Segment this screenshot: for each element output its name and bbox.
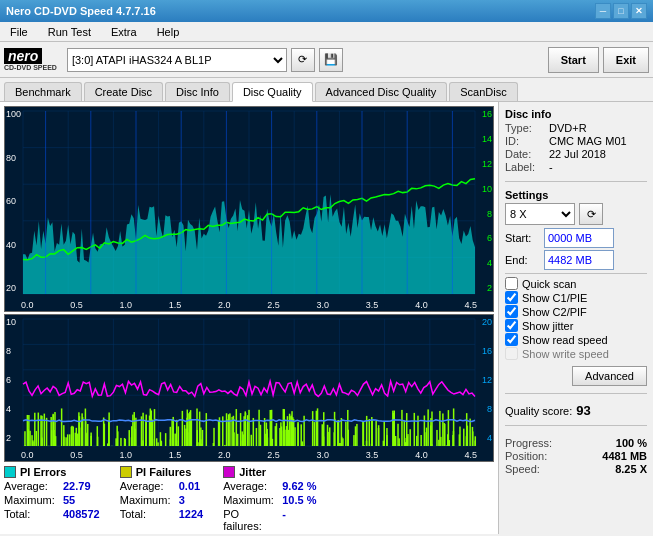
show-c1-pie-label: Show C1/PIE <box>522 292 587 304</box>
menu-extra[interactable]: Extra <box>105 24 143 40</box>
right-panel: Disc info Type: DVD+R ID: CMC MAG M01 Da… <box>498 102 653 534</box>
legend-area: PI Errors Average:22.79 Maximum:55 Total… <box>4 462 494 532</box>
id-value: CMC MAG M01 <box>549 135 627 147</box>
settings-section: Settings 8 X Max 4 X ⟳ Start: End: <box>505 189 647 386</box>
divider-1 <box>505 181 647 182</box>
bottom-chart <box>5 315 493 462</box>
nero-logo: nero <box>4 48 42 64</box>
chart-area: 10080604020 161412108642 0.00.51.01.52.0… <box>0 102 498 534</box>
show-read-speed-row: Show read speed <box>505 333 647 346</box>
start-button[interactable]: Start <box>548 47 599 73</box>
charts-container: 10080604020 161412108642 0.00.51.01.52.0… <box>4 106 494 462</box>
speed-label: Speed: <box>505 463 540 475</box>
disc-info-title: Disc info <box>505 108 647 120</box>
nero-sub: CD-DVD SPEED <box>4 64 57 71</box>
menu-run-test[interactable]: Run Test <box>42 24 97 40</box>
show-write-speed-checkbox[interactable] <box>505 347 518 360</box>
show-c2-pif-row: Show C2/PIF <box>505 305 647 318</box>
drive-selector[interactable]: [3:0] ATAPI iHAS324 A BL1P <box>67 48 287 72</box>
divider-3 <box>505 393 647 394</box>
save-button[interactable]: 💾 <box>319 48 343 72</box>
show-jitter-row: Show jitter <box>505 319 647 332</box>
tab-disc-quality[interactable]: Disc Quality <box>232 82 313 102</box>
tab-scan-disc[interactable]: ScanDisc <box>449 82 517 101</box>
close-button[interactable]: ✕ <box>631 3 647 19</box>
legend-pi-errors: PI Errors Average:22.79 Maximum:55 Total… <box>4 466 100 532</box>
start-label: Start: <box>505 232 540 244</box>
progress-value: 100 % <box>616 437 647 449</box>
disc-info-section: Disc info Type: DVD+R ID: CMC MAG M01 Da… <box>505 108 647 174</box>
speed-value: 8.25 X <box>615 463 647 475</box>
quality-score-value: 93 <box>576 403 590 418</box>
pi-errors-title: PI Errors <box>20 466 66 478</box>
show-read-speed-checkbox[interactable] <box>505 333 518 346</box>
logo: nero CD-DVD SPEED <box>4 48 57 71</box>
speed-row: 8 X Max 4 X ⟳ <box>505 203 647 225</box>
position-value: 4481 MB <box>602 450 647 462</box>
tab-benchmark[interactable]: Benchmark <box>4 82 82 101</box>
jitter-color <box>223 466 235 478</box>
quality-score-label: Quality score: <box>505 405 572 417</box>
show-c2-pif-checkbox[interactable] <box>505 305 518 318</box>
menu-file[interactable]: File <box>4 24 34 40</box>
pi-failures-title: PI Failures <box>136 466 192 478</box>
jitter-title: Jitter <box>239 466 266 478</box>
id-label: ID: <box>505 135 545 147</box>
position-label: Position: <box>505 450 547 462</box>
pi-errors-color <box>4 466 16 478</box>
type-value: DVD+R <box>549 122 587 134</box>
quick-scan-row: Quick scan <box>505 277 647 290</box>
tab-advanced-disc-quality[interactable]: Advanced Disc Quality <box>315 82 448 101</box>
main-content: 10080604020 161412108642 0.00.51.01.52.0… <box>0 102 653 534</box>
settings-title: Settings <box>505 189 647 201</box>
refresh-button[interactable]: ⟳ <box>291 48 315 72</box>
speed-select[interactable]: 8 X Max 4 X <box>505 203 575 225</box>
disc-label-label: Label: <box>505 161 545 173</box>
show-c1-pie-row: Show C1/PIE <box>505 291 647 304</box>
minimize-button[interactable]: ─ <box>595 3 611 19</box>
date-label: Date: <box>505 148 545 160</box>
tabs: Benchmark Create Disc Disc Info Disc Qua… <box>0 78 653 102</box>
speed-refresh-btn[interactable]: ⟳ <box>579 203 603 225</box>
quick-scan-checkbox[interactable] <box>505 277 518 290</box>
end-input[interactable] <box>544 250 614 270</box>
quick-scan-label: Quick scan <box>522 278 576 290</box>
start-input[interactable] <box>544 228 614 248</box>
show-c2-pif-label: Show C2/PIF <box>522 306 587 318</box>
show-jitter-label: Show jitter <box>522 320 573 332</box>
end-field-row: End: <box>505 250 647 270</box>
quality-score-row: Quality score: 93 <box>505 403 647 418</box>
menu-bar: File Run Test Extra Help <box>0 22 653 42</box>
divider-4 <box>505 425 647 426</box>
app-title: Nero CD-DVD Speed 4.7.7.16 <box>6 5 595 17</box>
menu-help[interactable]: Help <box>151 24 186 40</box>
maximize-button[interactable]: □ <box>613 3 629 19</box>
show-read-speed-label: Show read speed <box>522 334 608 346</box>
start-field-row: Start: <box>505 228 647 248</box>
po-failures-label: PO failures: <box>223 508 278 532</box>
legend-pi-failures: PI Failures Average:0.01 Maximum:3 Total… <box>120 466 203 532</box>
progress-label: Progress: <box>505 437 552 449</box>
show-write-speed-row: Show write speed <box>505 347 647 360</box>
progress-section: Progress: 100 % Position: 4481 MB Speed:… <box>505 437 647 476</box>
pi-failures-color <box>120 466 132 478</box>
po-failures-value: - <box>282 508 286 532</box>
exit-button[interactable]: Exit <box>603 47 649 73</box>
advanced-button[interactable]: Advanced <box>572 366 647 386</box>
legend-jitter: Jitter Average:9.62 % Maximum:10.5 % PO … <box>223 466 316 532</box>
title-bar: Nero CD-DVD Speed 4.7.7.16 ─ □ ✕ <box>0 0 653 22</box>
show-jitter-checkbox[interactable] <box>505 319 518 332</box>
date-value: 22 Jul 2018 <box>549 148 606 160</box>
end-label: End: <box>505 254 540 266</box>
show-write-speed-label: Show write speed <box>522 348 609 360</box>
tab-create-disc[interactable]: Create Disc <box>84 82 163 101</box>
disc-label-value: - <box>549 161 553 173</box>
tab-disc-info[interactable]: Disc Info <box>165 82 230 101</box>
type-label: Type: <box>505 122 545 134</box>
top-chart <box>5 107 493 310</box>
divider-2 <box>505 273 647 274</box>
toolbar: nero CD-DVD SPEED [3:0] ATAPI iHAS324 A … <box>0 42 653 78</box>
show-c1-pie-checkbox[interactable] <box>505 291 518 304</box>
